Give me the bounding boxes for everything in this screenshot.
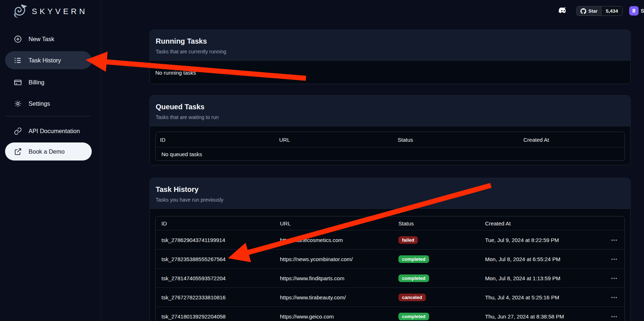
task-url: https://news.ycombinator.com/ [274,256,393,262]
table-header-row: ID URL Status Created At [156,132,624,147]
github-star-segment[interactable]: Star [577,6,601,16]
task-url: https://www.geico.com [274,313,393,320]
sidebar: SKYVERN New Task Task History Billing [0,0,101,321]
running-tasks-empty-state: No running tasks [155,66,625,80]
github-star-button[interactable]: Star 5,434 [576,6,623,16]
table-row[interactable]: tsk_274180139292204058 https://www.geico… [156,307,624,321]
task-created-at: Tue, Jul 9, 2024 at 8:22:59 PM [479,237,604,243]
card-subtitle: Tasks that are waiting to run [156,114,624,120]
card-subtitle: Tasks that are currently running [156,49,624,54]
skyvern-dragon-icon [11,3,28,20]
sidebar-item-settings[interactable]: Settings [5,94,92,113]
task-created-at: Thu, Jul 4, 2024 at 5:25:16 PM [479,294,604,300]
column-header-url: URL [274,220,393,227]
row-actions-button[interactable]: ⋯ [609,254,620,264]
sidebar-item-label: API Documentation [29,128,80,135]
sidebar-item-label: Billing [29,79,44,86]
status-badge: completed [398,274,429,282]
task-history-table: ID URL Status Created At tsk_27862904374… [155,216,625,321]
brand-name: SKYVERN [32,7,87,16]
sidebar-item-label: New Task [29,36,54,43]
sidebar-item-label: Settings [29,100,50,107]
column-header-url: URL [275,137,393,143]
task-id: tsk_278147405593572204 [156,275,274,281]
external-link-icon [14,148,22,156]
task-history-header: Task History Tasks you have run previous… [150,178,630,209]
table-row[interactable]: tsk_276727822333810816 https://www.tirab… [156,287,624,307]
task-id: tsk_276727822333810816 [156,294,274,300]
skyvern-logo[interactable]: SKYVERN [11,3,87,20]
queued-tasks-empty-state: No queued tasks [156,148,624,160]
queued-tasks-header: Queued Tasks Tasks that are waiting to r… [150,96,630,126]
app-window: SKYVERN New Task Task History Billing [0,0,644,321]
column-header-created-at: Created At [519,137,625,143]
column-header-id: ID [156,137,275,143]
queued-tasks-table: ID URL Status Created At No queued tasks [155,132,625,161]
task-id: tsk_278629043741199914 [156,237,274,243]
column-header-status: Status [393,220,479,227]
task-url: https://www.tirabeauty.com/ [274,294,393,300]
queued-tasks-card: Queued Tasks Tasks that are waiting to r… [150,95,631,165]
github-icon [580,8,586,14]
account-name[interactable]: Sk [641,8,644,14]
card-title: Queued Tasks [156,103,624,111]
task-id: tsk_278235388555267564 [156,256,274,262]
sidebar-divider [5,116,91,116]
card-title: Running Tasks [156,37,624,45]
status-badge: completed [398,313,429,320]
row-actions-button[interactable]: ⋯ [609,292,620,303]
topbar: Star 5,434 Sk [549,0,644,22]
table-header-row: ID URL Status Created At [156,216,624,230]
credit-card-icon [14,78,22,87]
task-created-at: Mon, Jul 8, 2024 at 6:55:24 PM [479,256,604,262]
list-icon [14,56,22,65]
sidebar-item-billing[interactable]: Billing [5,73,92,91]
status-badge: canceled [398,294,426,301]
task-url: https://tartecosmetics.com [274,237,393,243]
column-header-status: Status [393,137,519,143]
github-star-label: Star [588,8,597,14]
card-title: Task History [156,185,624,194]
account-avatar[interactable] [629,6,639,16]
sidebar-item-new-task[interactable]: New Task [5,30,92,48]
status-badge: failed [398,236,418,244]
sidebar-item-book-a-demo[interactable]: Book a Demo [5,142,92,160]
running-tasks-card: Running Tasks Tasks that are currently r… [150,30,631,84]
table-row[interactable]: tsk_278629043741199914 https://tartecosm… [156,230,624,249]
github-star-count[interactable]: 5,434 [601,6,622,16]
discord-icon[interactable] [558,5,569,16]
row-actions-button[interactable]: ⋯ [609,273,620,283]
column-header-id: ID [156,220,274,227]
running-tasks-header: Running Tasks Tasks that are currently r… [150,30,630,61]
link-icon [14,127,22,135]
status-badge: completed [398,255,429,263]
sidebar-item-label: Book a Demo [29,148,65,155]
task-url: https://www.finditparts.com [274,275,393,281]
row-actions-button[interactable]: ⋯ [609,311,620,321]
sidebar-item-task-history[interactable]: Task History [5,51,92,69]
table-row[interactable]: tsk_278235388555267564 https://news.ycom… [156,249,624,268]
table-row[interactable]: tsk_278147405593572204 https://www.findi… [156,268,624,287]
sidebar-item-label: Task History [29,57,61,64]
organization-icon [631,8,636,13]
task-history-card: Task History Tasks you have run previous… [150,178,631,321]
card-subtitle: Tasks you have run previously [156,197,624,203]
task-created-at: Thu, Jun 27, 2024 at 8:38:58 PM [479,313,604,320]
row-actions-button[interactable]: ⋯ [609,235,620,245]
task-created-at: Mon, Jul 8, 2024 at 1:13:59 PM [479,275,604,281]
sidebar-item-api-documentation[interactable]: API Documentation [5,122,92,140]
column-header-created-at: Created At [479,220,604,227]
task-id: tsk_274180139292204058 [156,313,274,320]
plus-circle-icon [14,35,22,43]
gear-icon [14,100,22,108]
